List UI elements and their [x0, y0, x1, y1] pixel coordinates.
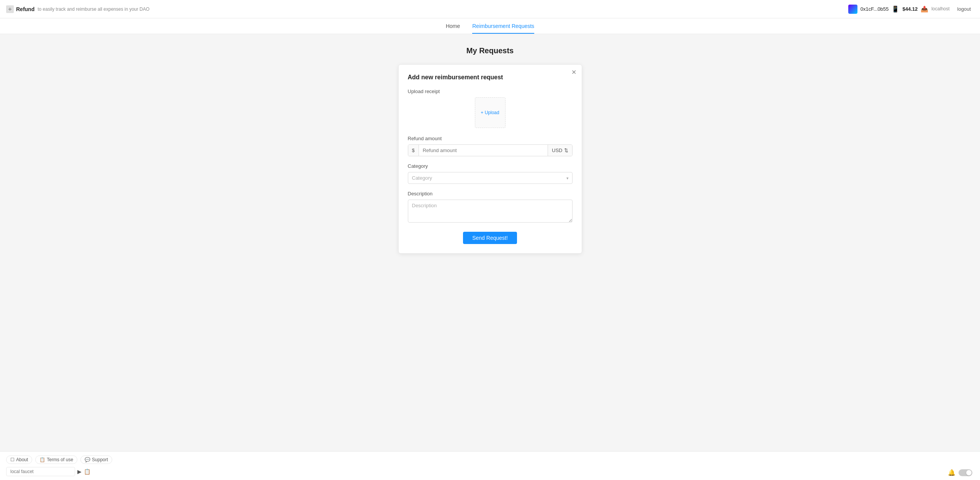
description-label: Description	[408, 191, 573, 197]
footer-links: ☐ About 📋 Terms of use 💬 Support	[6, 455, 974, 464]
upload-label: Upload receipt	[408, 88, 573, 94]
wallet-address[interactable]: 0x1cF...0b55	[861, 6, 889, 12]
terms-icon: 📋	[39, 457, 45, 462]
currency-selector[interactable]: USD ⇅	[548, 145, 572, 156]
faucet-send-button[interactable]: ▶	[77, 469, 82, 475]
description-textarea[interactable]	[408, 200, 573, 223]
refund-amount-input[interactable]	[419, 145, 548, 156]
app-header: Refund to easily track and reimburse all…	[0, 0, 980, 18]
wallet-avatar	[848, 5, 857, 14]
description-field-group: Description	[408, 191, 573, 224]
about-label: About	[16, 457, 28, 462]
send-request-button[interactable]: Send Request!	[463, 232, 517, 244]
category-select-wrapper: Category	[408, 172, 573, 184]
category-label: Category	[408, 163, 573, 169]
header-right: 0x1cF...0b55 📱 $44.12 📤 localhost logout	[848, 5, 974, 14]
amount-prefix: $	[408, 145, 419, 156]
about-link[interactable]: ☐ About	[6, 455, 32, 464]
upload-button[interactable]: + Upload	[475, 97, 506, 128]
toggle-knob	[966, 470, 972, 475]
category-field-group: Category Category	[408, 163, 573, 184]
wallet-balance: $44.12	[902, 6, 918, 12]
nav-item-reimbursement[interactable]: Reimbursement Requests	[472, 23, 534, 34]
modal-close-button[interactable]: ✕	[571, 69, 576, 75]
faucet-input[interactable]	[6, 467, 75, 476]
network-section: localhost	[931, 6, 949, 11]
network-icon: 📤	[921, 5, 928, 13]
refund-amount-label: Refund amount	[408, 136, 573, 141]
support-link[interactable]: 💬 Support	[80, 455, 112, 464]
theme-toggle[interactable]	[959, 469, 972, 476]
refund-amount-field-group: Refund amount $ USD ⇅	[408, 136, 573, 156]
modal-title: Add new reimbursement request	[408, 74, 573, 81]
app-footer: ☐ About 📋 Terms of use 💬 Support ▶ 📋	[0, 451, 980, 480]
wallet-info: 0x1cF...0b55 📱 $44.12 📤 localhost	[848, 5, 950, 14]
footer-bottom-right: 🔔	[948, 469, 972, 476]
support-label: Support	[92, 457, 108, 462]
app-subtitle: to easily track and reimburse all expens…	[38, 7, 149, 12]
nav-item-home[interactable]: Home	[446, 23, 460, 34]
amount-row: $ USD ⇅	[408, 144, 573, 156]
currency-toggle-icon: ⇅	[564, 147, 568, 153]
main-nav: Home Reimbursement Requests	[0, 18, 980, 34]
upload-field-group: Upload receipt + Upload	[408, 88, 573, 128]
upload-button-text: + Upload	[481, 110, 499, 115]
wallet-icon: 📱	[892, 5, 899, 13]
notification-icon: 🔔	[948, 469, 955, 476]
terms-label: Terms of use	[47, 457, 73, 462]
network-label: localhost	[931, 6, 949, 11]
terms-link[interactable]: 📋 Terms of use	[35, 455, 77, 464]
support-icon: 💬	[85, 457, 90, 462]
header-left: Refund to easily track and reimburse all…	[6, 5, 149, 13]
logout-button[interactable]: logout	[954, 5, 974, 13]
logo-icon	[6, 5, 14, 13]
add-request-modal: ✕ Add new reimbursement request Upload r…	[398, 64, 582, 254]
app-logo: Refund	[6, 5, 34, 13]
category-select[interactable]: Category	[408, 172, 573, 184]
page-content: My Requests ✕ Add new reimbursement requ…	[0, 34, 980, 451]
about-icon: ☐	[10, 457, 15, 462]
currency-label: USD	[552, 147, 562, 153]
app-name: Refund	[16, 6, 34, 12]
faucet-row: ▶ 📋	[6, 467, 974, 476]
faucet-wallet-button[interactable]: 📋	[84, 469, 90, 475]
page-title: My Requests	[466, 46, 514, 55]
